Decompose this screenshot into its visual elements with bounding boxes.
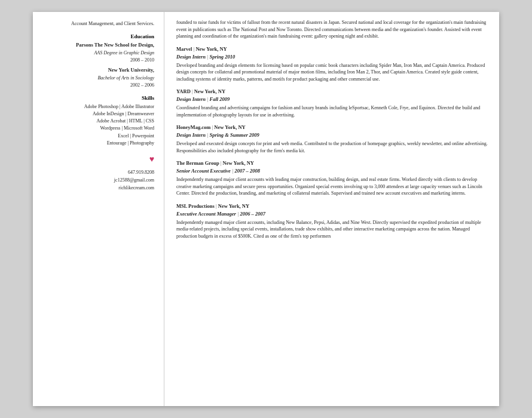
jobs-container: Marvel | New York, NYDesign Intern | Spr… (176, 46, 490, 240)
job-header: HoneyMag.com | New York, NY (176, 124, 490, 131)
job-block: The Berman Group | New York, NYSenior Ac… (176, 160, 490, 197)
job-header: The Berman Group | New York, NY (176, 160, 490, 167)
skill2: Adobe InDesign | Dreamweaver (41, 110, 154, 117)
school1-years: 2008 – 2010 (41, 57, 154, 63)
skill6: Entourage | Photography (41, 140, 154, 146)
email: jc12588@gmail.com (41, 177, 154, 183)
intro-text: founded to raise funds for victims of fa… (176, 19, 490, 40)
skill1: Adobe Photoshop | Adobe Illustrator (41, 103, 154, 110)
job-header: Marvel | New York, NY (176, 46, 490, 53)
job-header: YARD | New York, NY (176, 88, 490, 96)
job-block: MSL Productions | New York, NYExecutive … (176, 203, 490, 240)
job-title: Design Intern | Spring & Summer 2009 (176, 132, 490, 139)
skill3: Adobe Acrobat | HTML | CSS (41, 118, 154, 124)
job-desc: Independently managed major client accou… (176, 219, 490, 240)
account-text: Account Management, and Client Services. (41, 20, 154, 27)
job-block: YARD | New York, NYDesign Intern | Fall … (176, 88, 490, 118)
school2-degree: Bachelor of Arts in Sociology (41, 75, 154, 81)
school2-name: New York University, (41, 67, 154, 74)
website: richlikecream.com (41, 185, 154, 191)
school1-name: Parsons The New School for Design, (41, 42, 154, 49)
job-desc: Independently managed major client accou… (176, 176, 490, 197)
job-header: MSL Productions | New York, NY (176, 203, 490, 210)
job-block: Marvel | New York, NYDesign Intern | Spr… (176, 46, 490, 83)
job-desc: Coordinated branding and advertising cam… (176, 105, 490, 118)
skills-title: Skills (41, 94, 154, 102)
left-column: Account Management, and Client Services.… (33, 12, 164, 406)
job-desc: Developed and executed design concepts f… (176, 140, 490, 154)
job-title: Senior Account Executive | 2007 – 2008 (176, 168, 490, 175)
school1-degree: AAS Degree in Graphic Design (41, 50, 154, 56)
school2-years: 2002 – 2006 (41, 82, 154, 88)
education-title: Education (41, 33, 154, 41)
job-block: HoneyMag.com | New York, NYDesign Intern… (176, 124, 490, 154)
right-column: founded to raise funds for victims of fa… (164, 12, 499, 406)
skill4: Wordpress | Microsoft Word (41, 125, 154, 131)
heart-icon: ♥ (41, 153, 154, 165)
resume-page: Account Management, and Client Services.… (33, 12, 499, 406)
job-title: Executive Account Manager | 2006 – 2007 (176, 211, 490, 218)
skill5: Excel | Powerpoint (41, 133, 154, 139)
job-desc: Developed branding and design elements f… (176, 62, 490, 83)
phone: 647.919.8208 (41, 169, 154, 176)
job-title: Design Intern | Fall 2009 (176, 96, 490, 103)
job-title: Design Intern | Spring 2010 (176, 54, 490, 61)
